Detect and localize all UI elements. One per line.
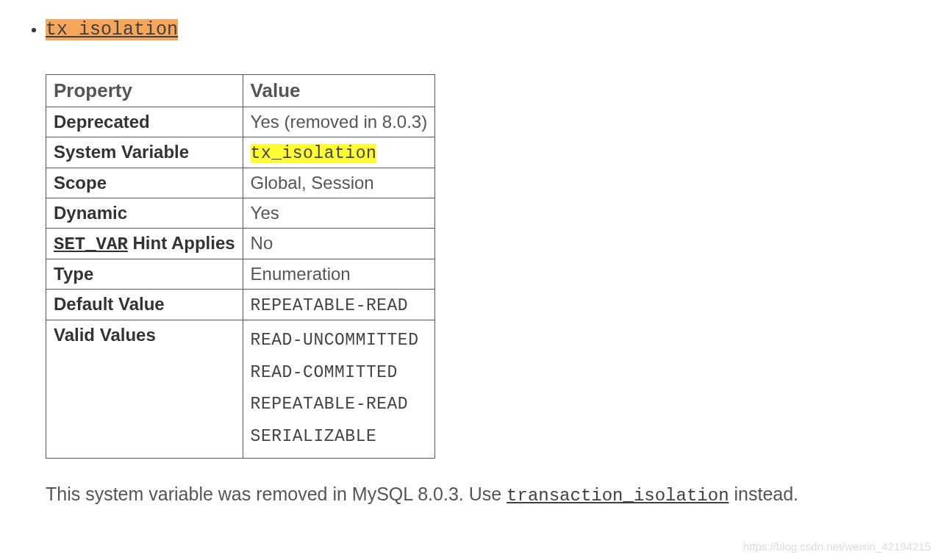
- deprecation-note: This system variable was removed in MySQ…: [46, 484, 926, 506]
- default-value-code: REPEATABLE-READ: [251, 296, 409, 315]
- system-variable-code: tx_isolation: [251, 144, 377, 163]
- watermark-text: https://blog.csdn.net/weixin_42194215: [743, 540, 931, 553]
- row-valid-values: Valid Values READ-UNCOMMITTED READ-COMMI…: [46, 320, 435, 459]
- set-var-link[interactable]: SET_VAR: [54, 234, 128, 254]
- row-system-variable: System Variable tx_isolation: [46, 137, 435, 168]
- valid-value-item: SERIALIZABLE: [251, 421, 428, 453]
- value-valid-values: READ-UNCOMMITTED READ-COMMITTED REPEATAB…: [243, 320, 435, 459]
- value-default-value: REPEATABLE-READ: [243, 290, 435, 320]
- valid-value-item: READ-UNCOMMITTED: [251, 325, 428, 357]
- row-type: Type Enumeration: [46, 259, 435, 290]
- row-dynamic: Dynamic Yes: [46, 198, 435, 229]
- row-scope: Scope Global, Session: [46, 168, 435, 198]
- label-dynamic: Dynamic: [46, 198, 243, 229]
- row-default-value: Default Value REPEATABLE-READ: [46, 290, 435, 320]
- label-scope: Scope: [46, 168, 243, 198]
- value-system-variable: tx_isolation: [243, 137, 435, 168]
- variable-title-link[interactable]: tx_isolation: [46, 19, 178, 40]
- value-type: Enumeration: [243, 259, 435, 290]
- properties-table: Property Value Deprecated Yes (removed i…: [46, 74, 435, 459]
- label-type: Type: [46, 259, 243, 290]
- row-deprecated: Deprecated Yes (removed in 8.0.3): [46, 107, 435, 137]
- row-set-var: SET_VAR Hint Applies No: [46, 229, 435, 259]
- valid-value-item: READ-COMMITTED: [251, 357, 428, 390]
- valid-value-item: REPEATABLE-READ: [251, 389, 428, 421]
- set-var-label-suffix: Hint Applies: [128, 233, 235, 253]
- value-dynamic: Yes: [243, 198, 435, 229]
- header-property: Property: [46, 75, 243, 107]
- label-set-var: SET_VAR Hint Applies: [46, 229, 243, 259]
- value-set-var: No: [243, 229, 435, 259]
- transaction-isolation-link[interactable]: transaction_isolation: [507, 486, 729, 506]
- value-scope: Global, Session: [243, 168, 435, 198]
- note-pre: This system variable was removed in MySQ…: [46, 484, 507, 504]
- label-deprecated: Deprecated: [46, 107, 243, 137]
- note-post: instead.: [729, 484, 799, 504]
- header-value: Value: [243, 75, 435, 107]
- label-system-variable: System Variable: [46, 137, 243, 168]
- label-default-value: Default Value: [46, 290, 243, 320]
- label-valid-values: Valid Values: [46, 320, 243, 459]
- value-deprecated: Yes (removed in 8.0.3): [243, 107, 435, 137]
